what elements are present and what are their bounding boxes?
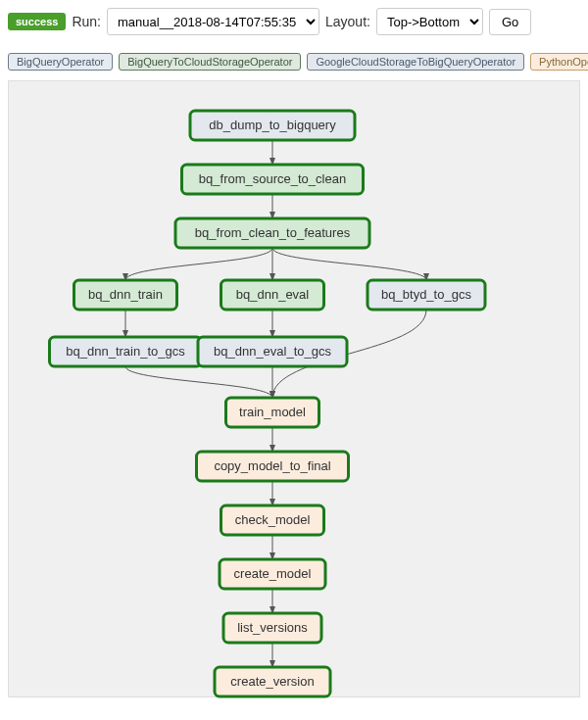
go-button[interactable]: Go — [489, 9, 531, 35]
legend-item-BigQueryToCloudStorageOperator[interactable]: BigQueryToCloudStorageOperator — [119, 53, 301, 71]
run-label: Run: — [72, 14, 101, 29]
legend-item-GoogleCloudStorageToBigQueryOperator[interactable]: GoogleCloudStorageToBigQueryOperator — [307, 53, 524, 71]
task-bq_dnn_eval_to_gcs[interactable]: bq_dnn_eval_to_gcs — [198, 337, 347, 366]
svg-text:bq_dnn_train: bq_dnn_train — [88, 287, 163, 302]
layout-select[interactable]: Top->Bottom — [376, 8, 483, 35]
dag-svg: db_dump_to_bigquerybq_from_source_to_cle… — [9, 81, 581, 698]
task-create_version[interactable]: create_version — [215, 667, 330, 696]
svg-text:check_model: check_model — [235, 512, 311, 527]
legend-item-BigQueryOperator[interactable]: BigQueryOperator — [8, 53, 113, 71]
svg-text:create_version: create_version — [230, 674, 314, 689]
svg-text:bq_dnn_train_to_gcs: bq_dnn_train_to_gcs — [66, 344, 185, 359]
edge-bq_from_clean_to_features-bq_btyd_to_gcs — [272, 248, 426, 280]
task-train_model[interactable]: train_model — [226, 398, 319, 427]
task-bq_dnn_train_to_gcs[interactable]: bq_dnn_train_to_gcs — [50, 337, 202, 366]
task-bq_dnn_train[interactable]: bq_dnn_train — [74, 280, 177, 310]
task-bq_from_source_to_clean[interactable]: bq_from_source_to_clean — [182, 165, 364, 194]
status-badge: success — [8, 13, 66, 30]
task-bq_btyd_to_gcs[interactable]: bq_btyd_to_gcs — [368, 280, 485, 310]
task-list_versions[interactable]: list_versions — [223, 613, 321, 643]
layout-label: Layout: — [325, 14, 370, 29]
svg-text:db_dump_to_bigquery: db_dump_to_bigquery — [209, 118, 336, 132]
task-check_model[interactable]: check_model — [221, 505, 324, 535]
svg-text:copy_model_to_final: copy_model_to_final — [214, 458, 330, 473]
run-select[interactable]: manual__2018-08-14T07:55:35 — [107, 8, 319, 35]
svg-text:bq_btyd_to_gcs: bq_btyd_to_gcs — [381, 287, 471, 302]
task-bq_dnn_eval[interactable]: bq_dnn_eval — [221, 280, 324, 310]
task-copy_model_to_final[interactable]: copy_model_to_final — [197, 452, 349, 481]
operator-legend: BigQueryOperatorBigQueryToCloudStorageOp… — [8, 53, 580, 71]
edge-bq_from_clean_to_features-bq_dnn_train — [125, 248, 272, 280]
toolbar: success Run: manual__2018-08-14T07:55:35… — [8, 8, 580, 35]
svg-text:bq_dnn_eval_to_gcs: bq_dnn_eval_to_gcs — [214, 344, 331, 359]
task-bq_from_clean_to_features[interactable]: bq_from_clean_to_features — [175, 218, 369, 248]
task-db_dump_to_bigquery[interactable]: db_dump_to_bigquery — [190, 111, 355, 140]
legend-item-PythonOperator[interactable]: PythonOperator — [530, 53, 588, 71]
svg-text:create_model: create_model — [234, 566, 312, 581]
task-create_model[interactable]: create_model — [220, 559, 325, 589]
edge-bq_dnn_train_to_gcs-train_model — [125, 366, 272, 398]
dag-graph[interactable]: db_dump_to_bigquerybq_from_source_to_cle… — [8, 80, 580, 697]
svg-text:bq_from_source_to_clean: bq_from_source_to_clean — [199, 171, 346, 186]
svg-text:bq_dnn_eval: bq_dnn_eval — [236, 287, 310, 302]
svg-text:train_model: train_model — [239, 405, 306, 419]
svg-text:bq_from_clean_to_features: bq_from_clean_to_features — [195, 225, 351, 240]
svg-text:list_versions: list_versions — [237, 620, 308, 635]
